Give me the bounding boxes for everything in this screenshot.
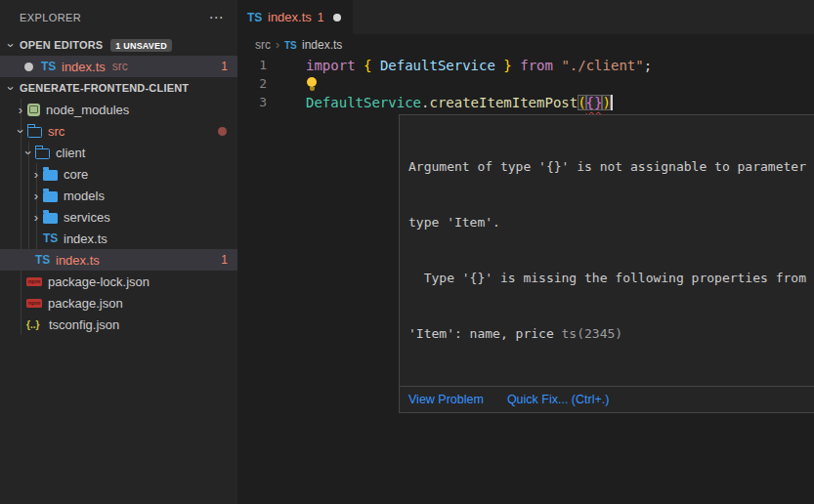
- tree-item-label: package-lock.json: [48, 274, 150, 289]
- tree-item-client-index-ts[interactable]: TS index.ts: [0, 228, 237, 249]
- tree-item-src-index-ts[interactable]: TS index.ts 1: [0, 249, 237, 271]
- code-token-error-braces: {}: [586, 95, 603, 110]
- workspace-label: GENERATE-FRONTEND-CLIENT: [20, 82, 189, 94]
- chevron-down-icon[interactable]: ›: [15, 124, 27, 138]
- tree-item-label: node_modules: [46, 103, 129, 117]
- workspace-section-header[interactable]: › GENERATE-FRONTEND-CLIENT: [0, 77, 237, 99]
- code-token: [495, 58, 503, 73]
- npm-file-icon: npm: [26, 277, 42, 286]
- explorer-title: EXPLORER: [20, 12, 209, 23]
- json-file-icon: {..}: [26, 319, 43, 330]
- line-number: 1: [237, 58, 267, 72]
- chevron-down-icon[interactable]: ›: [22, 146, 35, 159]
- typescript-file-icon: TS: [41, 60, 58, 73]
- line-number: 2: [237, 76, 267, 91]
- node-modules-folder-icon: [27, 104, 40, 116]
- tree-item-label: index.ts: [56, 253, 100, 268]
- open-editor-filename: index.ts: [62, 60, 106, 74]
- explorer-header: EXPLORER ⋯: [0, 0, 237, 34]
- code-token: ;: [644, 58, 652, 73]
- code-token: .: [421, 95, 429, 110]
- tree-item-label: services: [64, 210, 110, 225]
- tree-item-services[interactable]: › services: [0, 206, 237, 228]
- tree-item-label: core: [64, 167, 88, 182]
- folder-icon: [43, 191, 58, 202]
- tree-item-models[interactable]: › models: [0, 185, 237, 206]
- tree-item-label: index.ts: [64, 231, 107, 246]
- folder-icon: [43, 213, 58, 224]
- text-cursor: [611, 95, 613, 110]
- tab-modified-dot-icon[interactable]: [333, 14, 341, 21]
- code-token: import: [306, 58, 356, 73]
- tree-item-package-json[interactable]: npm package.json: [0, 292, 237, 314]
- chevron-right-icon[interactable]: ›: [14, 104, 27, 116]
- unsaved-badge: 1 UNSAVED: [110, 39, 172, 52]
- folder-icon: [43, 170, 58, 181]
- tree-item-label: tsconfig.json: [49, 317, 119, 332]
- lightbulb-icon[interactable]: [306, 76, 318, 91]
- error-hover-widget: Argument of type '{}' is not assignable …: [399, 114, 814, 413]
- hover-action-bar: View Problem Quick Fix... (Ctrl+.): [400, 386, 814, 412]
- chevron-right-icon[interactable]: ›: [29, 189, 43, 202]
- error-count-badge: 1: [221, 60, 228, 73]
- tree-item-node-modules[interactable]: › node_modules: [0, 99, 237, 120]
- npm-file-icon: npm: [26, 299, 42, 308]
- typescript-file-icon: TS: [35, 253, 52, 267]
- code-token: DefaultService: [380, 58, 495, 73]
- code-token: [371, 58, 379, 73]
- tree-item-package-lock-json[interactable]: npm package-lock.json: [0, 271, 237, 292]
- tab-bar: TS index.ts 1: [237, 0, 814, 34]
- code-token-bracket-match: (: [578, 95, 585, 110]
- view-problem-link[interactable]: View Problem: [408, 393, 484, 406]
- code-editor[interactable]: 1 import { DefaultService } from "./clie…: [237, 56, 814, 111]
- tab-error-count: 1: [318, 11, 324, 24]
- code-token: createItemItemPost: [429, 95, 578, 110]
- open-editor-item-index-ts[interactable]: TS index.ts src 1: [0, 56, 237, 77]
- open-editors-section-header[interactable]: › OPEN EDITORS 1 UNSAVED: [0, 34, 237, 56]
- tree-item-label: models: [64, 189, 105, 203]
- chevron-right-icon[interactable]: ›: [29, 211, 43, 224]
- hover-message-line: Argument of type '{}' is not assignable …: [408, 157, 814, 176]
- explorer-sidebar: EXPLORER ⋯ › OPEN EDITORS 1 UNSAVED TS i…: [0, 0, 237, 504]
- code-token: DefaultService: [306, 95, 421, 110]
- editor-group: TS index.ts 1 src › TS index.ts 1 import…: [237, 0, 814, 504]
- tree-item-tsconfig-json[interactable]: {..} tsconfig.json: [0, 314, 237, 335]
- chevron-right-icon[interactable]: ›: [29, 168, 43, 181]
- breadcrumb-folder[interactable]: src: [255, 38, 271, 52]
- chevron-down-icon[interactable]: ›: [5, 81, 18, 95]
- breadcrumb: src › TS index.ts: [237, 34, 814, 56]
- error-count-badge: 1: [221, 253, 228, 267]
- code-token: [356, 58, 364, 73]
- code-line-2: 2: [237, 74, 814, 93]
- modified-dot-icon[interactable]: [24, 63, 33, 71]
- tree-item-label: package.json: [48, 296, 123, 311]
- typescript-file-icon: TS: [284, 40, 298, 51]
- open-editors-label: OPEN EDITORS: [20, 39, 103, 51]
- typescript-file-icon: TS: [43, 231, 60, 245]
- code-token: from: [520, 58, 553, 73]
- code-token: "./client": [561, 58, 643, 73]
- code-token: [512, 58, 520, 73]
- tab-index-ts[interactable]: TS index.ts 1: [237, 0, 353, 34]
- hover-message-line: type 'Item'.: [408, 213, 814, 231]
- quick-fix-link[interactable]: Quick Fix... (Ctrl+.): [507, 393, 610, 406]
- typescript-file-icon: TS: [247, 11, 264, 24]
- chevron-down-icon[interactable]: ›: [5, 38, 18, 52]
- tree-item-label: client: [56, 146, 85, 160]
- folder-open-icon: [27, 127, 42, 138]
- tree-item-src[interactable]: › src: [0, 120, 237, 142]
- hover-message-text: 'Item': name, price: [408, 326, 554, 341]
- hover-message: Argument of type '{}' is not assignable …: [400, 115, 814, 386]
- diagnostic-source: ts(2345): [562, 326, 623, 341]
- hover-message-line: 'Item': name, price ts(2345): [408, 324, 814, 343]
- vscode-workbench: EXPLORER ⋯ › OPEN EDITORS 1 UNSAVED TS i…: [0, 0, 814, 504]
- code-token: }: [503, 58, 511, 73]
- line-number: 3: [237, 95, 267, 109]
- open-editor-description: src: [112, 60, 128, 73]
- error-dot-badge: [218, 127, 227, 136]
- breadcrumb-file[interactable]: index.ts: [302, 38, 342, 52]
- tree-item-label: src: [48, 124, 64, 139]
- more-actions-icon[interactable]: ⋯: [209, 10, 224, 24]
- tree-item-core[interactable]: › core: [0, 163, 237, 185]
- tree-item-client[interactable]: › client: [0, 142, 237, 163]
